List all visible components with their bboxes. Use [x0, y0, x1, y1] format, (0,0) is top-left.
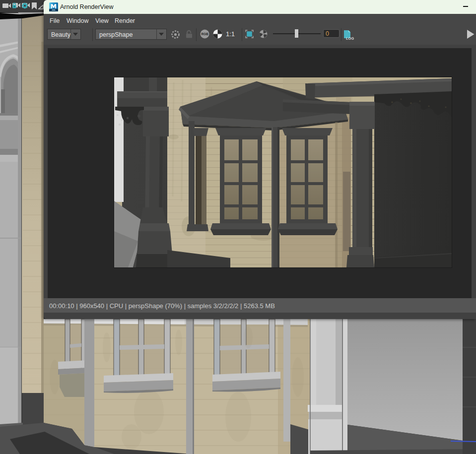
- svg-text:LOG: LOG: [346, 36, 354, 40]
- svg-text:RGB: RGB: [201, 32, 208, 36]
